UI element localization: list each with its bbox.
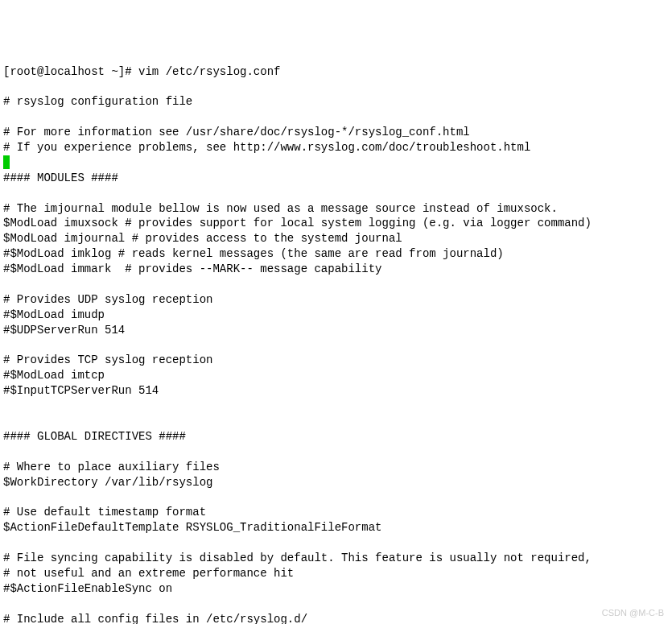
terminal-line: # For more information see /usr/share/do… xyxy=(3,125,669,140)
terminal-line: $ModLoad imuxsock # provides support for… xyxy=(3,216,669,231)
terminal-line: [root@localhost ~]# vim /etc/rsyslog.con… xyxy=(3,64,669,80)
terminal-line xyxy=(3,186,669,201)
terminal-line: #$ActionFileEnableSync on xyxy=(3,581,669,597)
terminal-line: #$ModLoad imtcp xyxy=(3,368,669,383)
terminal-line: # Provides UDP syslog reception xyxy=(3,292,669,308)
terminal-line: #$ModLoad immark # provides --MARK-- mes… xyxy=(3,262,669,277)
terminal-line: # not useful and an extreme performance … xyxy=(3,566,669,581)
terminal-line xyxy=(3,535,669,551)
terminal-line: # Include all config files in /etc/rsysl… xyxy=(3,612,669,624)
terminal-line xyxy=(3,399,669,414)
watermark-text: CSDN @M-C-B xyxy=(602,607,664,619)
terminal-line: $ActionFileDefaultTemplate RSYSLOG_Tradi… xyxy=(3,520,669,535)
terminal-line xyxy=(3,490,669,506)
terminal-output[interactable]: [root@localhost ~]# vim /etc/rsyslog.con… xyxy=(3,64,669,624)
terminal-line: #$ModLoad imklog # reads kernel messages… xyxy=(3,246,669,262)
terminal-line: #$InputTCPServerRun 514 xyxy=(3,383,669,399)
terminal-line xyxy=(3,110,669,125)
terminal-line: #### GLOBAL DIRECTIVES #### xyxy=(3,429,669,444)
cursor-block xyxy=(3,155,10,169)
terminal-line xyxy=(3,444,669,460)
terminal-line: # Use default timestamp format xyxy=(3,505,669,520)
terminal-line: #$ModLoad imudp xyxy=(3,308,669,323)
terminal-line: # rsyslog configuration file xyxy=(3,94,669,110)
terminal-line xyxy=(3,155,669,171)
terminal-line xyxy=(3,597,669,612)
terminal-line xyxy=(3,79,669,94)
terminal-line: # If you experience problems, see http:/… xyxy=(3,140,669,155)
terminal-line xyxy=(3,338,669,353)
terminal-line: # File syncing capability is disabled by… xyxy=(3,551,669,566)
terminal-line: # Where to place auxiliary files xyxy=(3,460,669,475)
terminal-line: #$UDPServerRun 514 xyxy=(3,323,669,338)
terminal-line: #### MODULES #### xyxy=(3,171,669,186)
terminal-line: # The imjournal module bellow is now use… xyxy=(3,201,669,217)
terminal-line xyxy=(3,414,669,429)
terminal-line: # Provides TCP syslog reception xyxy=(3,353,669,368)
terminal-line: $ModLoad imjournal # provides access to … xyxy=(3,231,669,246)
terminal-line: $WorkDirectory /var/lib/rsyslog xyxy=(3,475,669,490)
terminal-line xyxy=(3,277,669,292)
